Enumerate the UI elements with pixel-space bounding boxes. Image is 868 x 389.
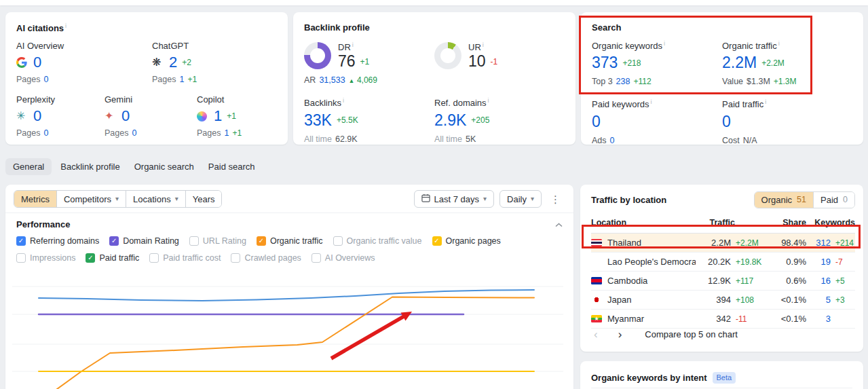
filter-locations-button[interactable]: Locations▾ (126, 191, 185, 207)
tab-organic-search[interactable]: Organic search (129, 158, 200, 175)
next-page-button[interactable]: › (616, 327, 625, 341)
keywords-change: +3 (835, 295, 845, 305)
ai-item-pages: Pages0 (16, 75, 152, 84)
chart-filter-row: MetricsCompetitors▾Locations▾Years Last … (14, 190, 564, 208)
tab-backlink-profile[interactable]: Backlink profile (55, 158, 125, 175)
traffic-change: +108 (736, 295, 754, 305)
copilot-icon (197, 111, 209, 122)
share-value: 0.6% (769, 276, 806, 286)
chart-filter-group: MetricsCompetitors▾Locations▾Years (14, 190, 222, 208)
tab-general[interactable]: General (5, 158, 52, 175)
metric-checkbox-paid-traffic[interactable]: ✓Paid traffic (86, 253, 139, 263)
pages-value[interactable]: 0 (43, 128, 48, 138)
organic-toggle-button[interactable]: Organic 51 (755, 192, 813, 208)
metric-checkbox-organic-pages[interactable]: ✓Organic pages (432, 236, 501, 246)
location-row-myanmar[interactable]: Myanmar342-11<0.1%3 (591, 310, 855, 329)
ar-value[interactable]: 31,533 (319, 75, 345, 85)
ai-item-value[interactable]: 0 (121, 109, 130, 124)
info-icon[interactable]: i (65, 22, 67, 29)
share-value: 98.4% (769, 238, 806, 248)
info-icon[interactable]: i (352, 41, 354, 48)
organic-keywords-value[interactable]: 373 (592, 55, 618, 71)
dr-label: DRi (338, 41, 369, 52)
metric-checkbox-organic-traffic-value[interactable]: Organic traffic value (333, 236, 422, 246)
location-row-thailand[interactable]: Thailand2.2M+2.2M98.4%312+214 (591, 234, 855, 253)
ai-item-value[interactable]: 1 (214, 109, 222, 124)
paid-toggle-button[interactable]: Paid 0 (813, 192, 854, 208)
unchecked-checkbox (312, 253, 321, 263)
unchecked-checkbox (149, 253, 159, 263)
organic-traffic-value[interactable]: 2.2M (722, 55, 757, 71)
info-icon[interactable]: i (651, 98, 652, 105)
ur-label: URi (468, 41, 497, 52)
info-icon[interactable]: i (343, 97, 344, 104)
performance-chart[interactable] (5, 265, 573, 389)
paid-traffic-value[interactable]: 0 (722, 114, 731, 130)
pages-value[interactable]: 1 (224, 128, 229, 138)
more-options-button[interactable]: ⋮ (547, 194, 564, 204)
metric-checkbox-url-rating[interactable]: URL Rating (189, 236, 246, 246)
unchecked-checkbox (16, 253, 26, 263)
pages-value[interactable]: 0 (132, 128, 136, 138)
keywords-value[interactable]: 5 (806, 295, 831, 305)
traffic-value: 2.2M (696, 238, 731, 248)
location-row-cambodia[interactable]: Cambodia12.9K+1170.6%16+5 (591, 272, 855, 291)
referring-domains-line (39, 290, 534, 301)
metric-checkbox-organic-traffic[interactable]: ✓Organic traffic (257, 236, 323, 246)
info-icon[interactable]: i (765, 98, 766, 105)
chevron-down-icon: ▾ (483, 196, 487, 202)
backlinks-value[interactable]: 33K (304, 113, 332, 128)
keywords-value[interactable]: 16 (806, 276, 831, 286)
pages-value[interactable]: 1 (179, 75, 184, 84)
location-table-header: Location Traffic Share Keywords (591, 215, 855, 234)
checked-checkbox: ✓ (432, 236, 442, 246)
info-icon[interactable]: i (778, 40, 780, 47)
change-value: +2 (182, 58, 191, 67)
prev-page-button[interactable]: ‹ (591, 327, 601, 341)
keywords-change: -7 (835, 257, 843, 267)
location-cell: Japan (591, 295, 696, 305)
metric-checkbox-paid-traffic-cost[interactable]: Paid traffic cost (149, 253, 221, 263)
keywords-value[interactable]: 312 (806, 238, 831, 248)
laos-flag (591, 258, 602, 265)
traffic-value: 12.9K (696, 276, 731, 286)
date-range-button[interactable]: Last 7 days ▾ (414, 190, 495, 208)
filter-competitors-button[interactable]: Competitors▾ (56, 191, 126, 207)
location-cell: Lao People's Democratic Republic (591, 257, 696, 267)
traffic-change: +2.2M (736, 238, 759, 248)
search-title: Search (592, 22, 852, 33)
ai-item-value[interactable]: 2 (169, 55, 177, 70)
compare-top5-button[interactable]: Compare top 5 on chart (645, 329, 738, 339)
ref-domains-value[interactable]: 2.9K (434, 113, 466, 128)
tab-paid-search[interactable]: Paid search (203, 158, 261, 175)
filter-metrics-button[interactable]: Metrics (14, 191, 56, 207)
keywords-value[interactable]: 19 (806, 257, 831, 267)
info-icon[interactable]: i (488, 97, 489, 104)
thailand-flag (591, 239, 602, 246)
keywords-by-intent-card: Organic keywords by intent Beta (580, 361, 863, 389)
chevron-down-icon: ▾ (175, 196, 178, 202)
top3-value[interactable]: 238 (616, 77, 630, 86)
ai-item-value[interactable]: 0 (33, 55, 41, 70)
metric-checkbox-crawled-pages[interactable]: Crawled pages (231, 253, 301, 263)
granularity-button[interactable]: Daily ▾ (499, 190, 542, 208)
filter-years-button[interactable]: Years (185, 191, 222, 207)
ai-item-pages: Pages0 (16, 128, 105, 138)
pages-value[interactable]: 0 (43, 75, 48, 84)
ai-item-perplexity: Perplexity✳0Pages0 (16, 94, 105, 138)
info-icon[interactable]: i (483, 41, 484, 48)
info-icon[interactable]: i (664, 40, 665, 47)
metric-checkbox-referring-domains[interactable]: ✓Referring domains (16, 236, 99, 246)
location-row-japan[interactable]: Japan394+108<0.1%5+3 (591, 291, 855, 310)
paid-keywords-value[interactable]: 0 (592, 114, 601, 130)
ai-item-value[interactable]: 0 (33, 109, 41, 124)
annotation-arrow-shaft (331, 316, 405, 358)
ref-domains-label: Ref. domainsi (434, 97, 565, 108)
keywords-value[interactable]: 3 (806, 314, 831, 324)
metric-checkbox-impressions[interactable]: Impressions (16, 253, 75, 263)
metric-checkbox-ai-overviews[interactable]: AI Overviews (312, 253, 375, 263)
location-row-lao-people-s-democratic-republic[interactable]: Lao People's Democratic Republic20.2K+19… (591, 253, 855, 272)
collapse-chevron-icon[interactable] (555, 219, 563, 229)
location-name: Myanmar (607, 314, 644, 324)
metric-checkbox-domain-rating[interactable]: ✓Domain Rating (109, 236, 179, 246)
